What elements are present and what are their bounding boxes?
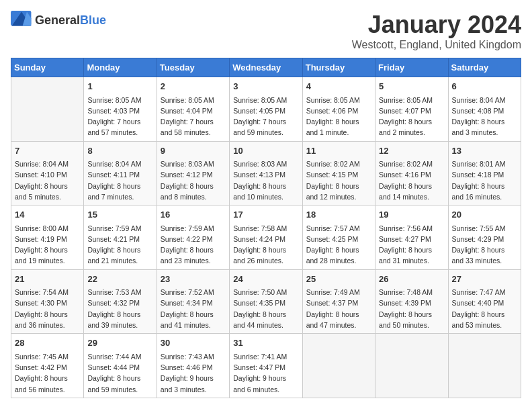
day-number: 3 xyxy=(233,80,298,93)
location-title: Westcott, England, United Kingdom xyxy=(352,39,521,51)
day-info-line: Sunset: 4:16 PM xyxy=(379,169,444,180)
header-tuesday: Tuesday xyxy=(157,58,229,77)
day-info-line: and 5 minutes. xyxy=(15,191,80,202)
day-info-line: Sunrise: 7:58 AM xyxy=(233,223,298,234)
header-thursday: Thursday xyxy=(302,58,375,77)
day-info-line: Sunrise: 7:44 AM xyxy=(87,351,152,362)
day-info-line: Sunrise: 7:49 AM xyxy=(306,287,371,298)
day-info-line: Sunset: 4:13 PM xyxy=(233,169,298,180)
day-number: 1 xyxy=(87,80,152,93)
day-cell: 8Sunrise: 8:04 AMSunset: 4:11 PMDaylight… xyxy=(84,141,157,205)
day-cell: 25Sunrise: 7:49 AMSunset: 4:37 PMDayligh… xyxy=(302,269,375,334)
day-number: 10 xyxy=(233,144,298,158)
day-number: 26 xyxy=(379,273,444,286)
day-info-line: Daylight: 8 hours xyxy=(233,309,298,320)
day-info-line: and 14 minutes. xyxy=(379,191,444,202)
day-info-line: Daylight: 8 hours xyxy=(379,181,444,191)
day-cell: 18Sunrise: 7:57 AMSunset: 4:25 PMDayligh… xyxy=(302,205,375,270)
day-info-line: Sunset: 4:37 PM xyxy=(306,298,371,308)
day-info-line: Daylight: 8 hours xyxy=(87,309,152,320)
day-cell xyxy=(11,77,84,142)
day-info-line: Daylight: 8 hours xyxy=(161,309,226,320)
day-number: 25 xyxy=(306,273,371,286)
day-info-line: Sunrise: 8:04 AM xyxy=(87,158,152,169)
day-info-line: Sunset: 4:39 PM xyxy=(379,298,444,308)
day-info-line: Daylight: 8 hours xyxy=(452,244,517,255)
day-cell: 16Sunrise: 7:59 AMSunset: 4:22 PMDayligh… xyxy=(157,205,229,270)
day-info-line: Daylight: 8 hours xyxy=(452,181,517,191)
day-info-line: Daylight: 8 hours xyxy=(87,181,152,191)
header-monday: Monday xyxy=(84,58,157,77)
day-info-line: Sunrise: 7:45 AM xyxy=(15,351,80,362)
generalblue-logo-icon xyxy=(11,11,32,30)
day-info-line: Sunrise: 8:05 AM xyxy=(161,95,226,105)
day-number: 8 xyxy=(87,144,152,158)
day-cell: 9Sunrise: 8:03 AMSunset: 4:12 PMDaylight… xyxy=(157,141,229,205)
day-number: 12 xyxy=(379,144,444,158)
day-info-line: Sunrise: 8:05 AM xyxy=(379,95,444,105)
day-number: 15 xyxy=(87,208,152,222)
day-info-line: and 12 minutes. xyxy=(306,191,371,202)
logo-general: General xyxy=(35,13,80,27)
header-row: SundayMondayTuesdayWednesdayThursdayFrid… xyxy=(11,58,521,77)
day-number: 24 xyxy=(233,273,298,286)
day-info-line: Sunrise: 8:01 AM xyxy=(452,158,517,169)
day-info-line: Sunrise: 7:57 AM xyxy=(306,223,371,234)
day-cell: 26Sunrise: 7:48 AMSunset: 4:39 PMDayligh… xyxy=(375,269,448,334)
day-info-line: Sunset: 4:29 PM xyxy=(452,234,517,244)
day-info-line: Sunrise: 8:05 AM xyxy=(87,95,152,105)
day-number: 14 xyxy=(15,208,80,222)
day-info-line: Sunset: 4:25 PM xyxy=(306,234,371,244)
day-cell: 24Sunrise: 7:50 AMSunset: 4:35 PMDayligh… xyxy=(230,269,302,334)
logo-text: GeneralBlue xyxy=(35,13,106,28)
header-sunday: Sunday xyxy=(11,58,84,77)
day-info-line: Sunset: 4:18 PM xyxy=(452,169,517,180)
day-info-line: and 33 minutes. xyxy=(452,255,517,266)
day-info-line: Sunrise: 7:53 AM xyxy=(87,287,152,298)
header: GeneralBlue January 2024 Westcott, Engla… xyxy=(11,11,521,51)
day-cell: 28Sunrise: 7:45 AMSunset: 4:42 PMDayligh… xyxy=(11,334,84,398)
day-info-line: Daylight: 8 hours xyxy=(233,244,298,255)
day-info-line: Sunset: 4:30 PM xyxy=(15,298,80,308)
week-row-3: 21Sunrise: 7:54 AMSunset: 4:30 PMDayligh… xyxy=(11,269,521,334)
day-info-line: Sunrise: 8:03 AM xyxy=(233,158,298,169)
day-number: 19 xyxy=(379,208,444,222)
day-cell: 14Sunrise: 8:00 AMSunset: 4:19 PMDayligh… xyxy=(11,205,84,270)
week-row-4: 28Sunrise: 7:45 AMSunset: 4:42 PMDayligh… xyxy=(11,334,521,398)
day-info-line: Sunrise: 7:41 AM xyxy=(233,351,298,362)
day-cell: 27Sunrise: 7:47 AMSunset: 4:40 PMDayligh… xyxy=(448,269,521,334)
day-cell: 1Sunrise: 8:05 AMSunset: 4:03 PMDaylight… xyxy=(84,77,157,142)
day-number: 18 xyxy=(306,208,371,222)
day-info-line: Sunset: 4:21 PM xyxy=(87,234,152,244)
day-number: 21 xyxy=(15,273,80,286)
day-info-line: Daylight: 8 hours xyxy=(15,244,80,255)
day-info-line: and 8 minutes. xyxy=(161,191,226,202)
day-info-line: Sunset: 4:06 PM xyxy=(306,105,371,116)
day-info-line: Daylight: 8 hours xyxy=(452,116,517,127)
day-info-line: Sunrise: 7:56 AM xyxy=(379,223,444,234)
day-info-line: Sunset: 4:07 PM xyxy=(379,105,444,116)
day-info-line: and 26 minutes. xyxy=(233,255,298,266)
day-info-line: Sunrise: 7:48 AM xyxy=(379,287,444,298)
day-info-line: Sunrise: 7:47 AM xyxy=(452,287,517,298)
day-cell: 20Sunrise: 7:55 AMSunset: 4:29 PMDayligh… xyxy=(448,205,521,270)
day-cell: 13Sunrise: 8:01 AMSunset: 4:18 PMDayligh… xyxy=(448,141,521,205)
day-info-line: Sunset: 4:19 PM xyxy=(15,234,80,244)
day-info-line: Sunrise: 8:03 AM xyxy=(161,158,226,169)
day-info-line: and 53 minutes. xyxy=(452,320,517,330)
day-cell: 22Sunrise: 7:53 AMSunset: 4:32 PMDayligh… xyxy=(84,269,157,334)
day-info-line: Sunset: 4:10 PM xyxy=(15,169,80,180)
day-cell: 4Sunrise: 8:05 AMSunset: 4:06 PMDaylight… xyxy=(302,77,375,142)
day-number: 4 xyxy=(306,80,371,93)
day-info-line: Sunset: 4:05 PM xyxy=(233,105,298,116)
day-info-line: Daylight: 8 hours xyxy=(452,309,517,320)
day-cell: 29Sunrise: 7:44 AMSunset: 4:44 PMDayligh… xyxy=(84,334,157,398)
day-info-line: Daylight: 8 hours xyxy=(306,309,371,320)
day-info-line: Sunrise: 7:59 AM xyxy=(161,223,226,234)
day-number: 31 xyxy=(233,336,298,350)
day-cell: 12Sunrise: 8:02 AMSunset: 4:16 PMDayligh… xyxy=(375,141,448,205)
day-number: 13 xyxy=(452,144,517,158)
day-info-line: Sunset: 4:15 PM xyxy=(306,169,371,180)
day-number: 28 xyxy=(15,336,80,350)
day-number: 9 xyxy=(161,144,226,158)
